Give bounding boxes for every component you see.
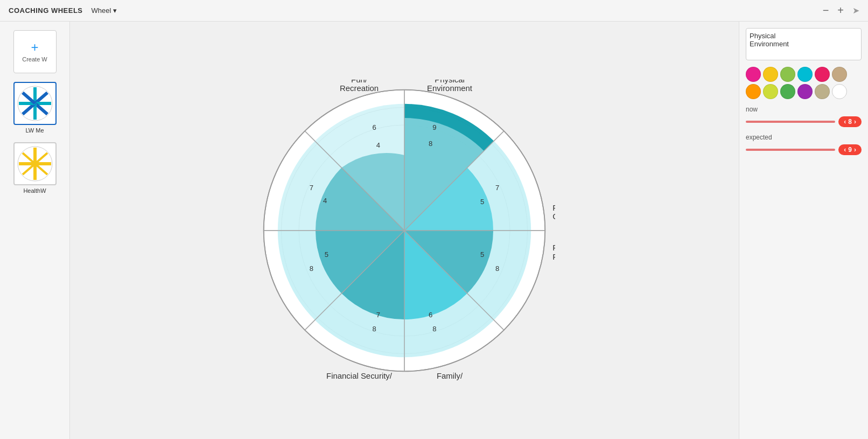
segment-hw-now: 8 [310,264,313,272]
segment-rr-exp: 5 [480,250,484,258]
send-button[interactable]: ➤ [852,5,859,16]
segment-pg-exp: 5 [480,198,484,206]
sidebar-item-healthw[interactable]: HealthW [13,142,57,194]
expected-increment-icon: › [854,146,856,154]
color-swatch-10[interactable] [815,84,830,99]
main-layout: + Create W LW Me [0,22,868,439]
zoom-in-button[interactable]: + [833,4,848,17]
svg-text:Romance: Romance [552,252,555,261]
segment-name-input[interactable]: Physical Environment [746,28,862,60]
svg-text:Recreation: Recreation [340,83,379,92]
svg-text:Environment: Environment [427,83,473,92]
segment-ff-exp: 6 [429,310,432,318]
svg-text:Money: Money [347,380,372,381]
segment-hw-exp: 5 [325,250,328,258]
svg-text:Growth: Growth [552,212,555,221]
color-swatch-7[interactable] [763,84,778,99]
app-title: COACHING WHEELS [9,6,83,15]
topbar: COACHING WHEELS Wheel ▾ − + ➤ [0,0,868,22]
wheel-thumbnail-healthw [13,142,57,185]
expected-decrement-icon: ‹ [844,146,846,154]
segment-fr-now: 6 [372,123,376,131]
zoom-out-button[interactable]: − [818,4,834,17]
create-wheel-button[interactable]: + Create W [13,30,57,73]
now-decrement-icon: ‹ [844,118,846,126]
expected-value-button[interactable]: ‹ 9 › [838,144,862,155]
segment-fr-exp: 4 [376,141,380,149]
now-slider-track[interactable] [746,121,835,123]
canvas-area: 9 8 7 5 8 5 8 6 8 7 8 [70,22,739,439]
chevron-down-icon: ▾ [113,6,117,15]
segment-cw-exp: 4 [323,196,327,204]
right-panel: Physical Environment now ‹ 8 › expected … [739,22,868,439]
svg-text:Friends: Friends [436,380,463,381]
segment-rr-now: 8 [495,264,499,272]
expected-label: expected [746,134,862,141]
create-label: Create W [22,56,47,62]
now-value: 8 [848,118,852,126]
label-personal-growth: Personal [552,203,555,212]
color-swatch-0[interactable] [746,67,761,82]
segment-pg-now: 7 [495,184,499,192]
wheel-thumbnail-lw-me [13,82,57,125]
sidebar-item-healthw-label: HealthW [23,187,46,194]
wheel-chart[interactable]: 9 8 7 5 8 5 8 6 8 7 8 [254,80,555,381]
color-swatch-6[interactable] [746,84,761,99]
plus-icon: + [31,41,38,54]
color-swatch-2[interactable] [780,67,795,82]
segment-fsm-now: 8 [372,324,376,332]
color-swatch-1[interactable] [763,67,778,82]
color-swatch-9[interactable] [797,84,813,99]
expected-slider-section: expected ‹ 9 › [746,134,862,155]
send-icon: ➤ [852,6,859,15]
segment-pe-exp: 8 [429,140,432,148]
expected-slider-track[interactable] [746,149,835,151]
label-financial-security: Financial Security/ [326,371,393,380]
color-swatch-11[interactable] [832,84,847,99]
now-slider-section: now ‹ 8 › [746,106,862,127]
sidebar: + Create W LW Me [0,22,70,439]
color-swatch-5[interactable] [832,67,847,82]
now-label: now [746,106,862,113]
color-swatch-3[interactable] [797,67,813,82]
color-swatch-4[interactable] [815,67,830,82]
now-increment-icon: › [854,118,856,126]
label-relationship-romance: Relationship/ [552,243,555,252]
color-swatch-8[interactable] [780,84,795,99]
label-family-friends: Family/ [437,371,463,380]
color-palette [746,67,862,99]
segment-pe-now: 9 [432,123,436,131]
wheel-dropdown[interactable]: Wheel ▾ [92,6,117,15]
segment-cw-now: 7 [310,184,313,192]
segment-fsm-exp: 7 [376,310,380,318]
now-value-button[interactable]: ‹ 8 › [838,116,862,127]
segment-ff-now: 8 [432,324,436,332]
sidebar-item-lw-me[interactable]: LW Me [13,82,57,134]
expected-value: 9 [848,146,852,154]
sidebar-item-lw-me-label: LW Me [25,127,44,134]
